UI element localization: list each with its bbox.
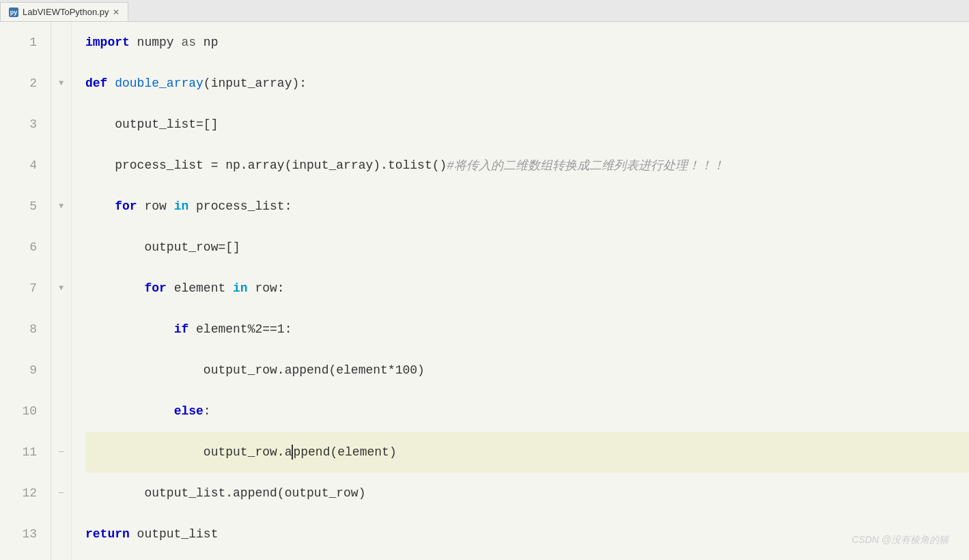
fold-icon[interactable]: ▼ — [59, 283, 64, 293]
line-number: 9 — [0, 350, 42, 391]
gutter-row — [51, 514, 71, 555]
tab-close-button[interactable]: ✕ — [113, 8, 120, 17]
line-number: 6 — [0, 227, 42, 268]
code-token-plain: np — [196, 36, 218, 49]
code-token-kw-else: else — [174, 404, 203, 418]
code-token-comment: #将传入的二维数组转换成二维列表进行处理！！！ — [447, 157, 725, 173]
fold-icon[interactable]: ▼ — [59, 79, 64, 88]
code-indent — [85, 322, 174, 336]
line-number: 10 — [0, 391, 42, 432]
gutter-row — [51, 145, 71, 186]
gutter-row — [51, 391, 71, 432]
line-number: 12 — [0, 473, 42, 514]
gutter-row: ▼ — [51, 186, 71, 227]
code-token-plain: process_list: — [188, 199, 292, 213]
python-icon: py — [9, 8, 18, 17]
line-number: 3 — [0, 104, 42, 145]
code-indent — [85, 117, 115, 131]
code-indent — [85, 363, 203, 377]
fold-continuation-icon: ─ — [59, 447, 64, 457]
code-line: def double_array(input_array): — [85, 63, 969, 104]
code-token-plain — [107, 76, 115, 90]
code-line: for row in process_list: — [85, 186, 969, 227]
code-token-plain: element — [167, 281, 233, 295]
gutter-row — [51, 22, 71, 63]
code-token-kw-return: return — [85, 527, 130, 541]
code-token-kw-def: def — [85, 76, 107, 90]
gutter-row — [51, 104, 71, 145]
gutter-row: ▼ — [51, 63, 71, 104]
gutter-row — [51, 309, 71, 350]
code-line: output_list.append(output_row) — [85, 473, 969, 514]
code-line: output_list=[] — [85, 104, 969, 145]
line-number: 8 — [0, 309, 42, 350]
gutter-row: ─ — [51, 432, 71, 473]
code-lines[interactable]: import numpy as npdef double_array(input… — [72, 22, 969, 560]
code-line: import numpy as np — [85, 22, 969, 63]
line-numbers: 12345678910111213 — [0, 22, 51, 560]
line-number: 1 — [0, 22, 42, 63]
code-line: output_row.append(element) — [85, 432, 969, 473]
gutter-row: ▼ — [51, 268, 71, 309]
code-indent — [85, 445, 203, 459]
code-line: output_row.append(element*100) — [85, 350, 969, 391]
code-token-plain: numpy — [130, 36, 182, 49]
code-line: for element in row: — [85, 268, 969, 309]
code-token-kw-in: in — [233, 281, 248, 295]
line-number: 5 — [0, 186, 42, 227]
line-number: 13 — [0, 514, 42, 555]
fold-icon[interactable]: ▼ — [59, 201, 64, 211]
gutter: ▼▼▼── — [51, 22, 72, 560]
code-token-plain: output_row.append(element*100) — [203, 363, 425, 377]
code-token-plain: output_list=[] — [115, 117, 218, 131]
fold-continuation-icon: ─ — [59, 488, 64, 498]
code-token-kw-import: import — [85, 36, 130, 49]
code-token-kw-for: for — [144, 281, 166, 295]
editor-container: py LabVIEWToPython.py ✕ 1234567891011121… — [0, 0, 969, 560]
gutter-row: ─ — [51, 473, 71, 514]
code-token-plain: process_list = np.array(input_array).tol… — [115, 158, 447, 172]
code-indent — [85, 158, 115, 172]
code-line: process_list = np.array(input_array).tol… — [85, 145, 969, 186]
code-indent — [85, 240, 144, 254]
line-number: 11 — [0, 432, 42, 473]
code-token-plain: ppend(element) — [293, 445, 396, 459]
line-number: 2 — [0, 63, 42, 104]
code-line: else: — [85, 391, 969, 432]
line-number: 7 — [0, 268, 42, 309]
tab-filename: LabVIEWToPython.py — [23, 7, 109, 17]
gutter-row — [51, 350, 71, 391]
code-token-kw-if: if — [174, 322, 189, 336]
code-indent — [85, 486, 144, 500]
line-number: 4 — [0, 145, 42, 186]
watermark: CSDN @没有棱角的猫 — [852, 534, 949, 546]
code-token-plain: output_list — [130, 527, 219, 541]
code-token-plain: output_row=[] — [144, 240, 240, 254]
code-token-plain: element%2==1: — [188, 322, 292, 336]
tab-bar: py LabVIEWToPython.py ✕ — [0, 0, 969, 22]
code-token-plain: output_list.append(output_row) — [144, 486, 365, 500]
code-area: 12345678910111213 ▼▼▼── import numpy as … — [0, 22, 969, 560]
code-token-plain: (input_array): — [203, 76, 307, 90]
code-line: output_row=[] — [85, 227, 969, 268]
code-indent — [85, 199, 115, 213]
code-line: return output_list — [85, 514, 969, 555]
code-indent — [85, 281, 144, 295]
code-token-fn-name: double_array — [115, 76, 203, 90]
code-token-kw-in: in — [174, 199, 189, 213]
gutter-row — [51, 227, 71, 268]
code-token-plain: row — [137, 199, 174, 213]
code-token-kw-as: as — [181, 36, 196, 49]
code-token-plain: : — [203, 404, 211, 418]
code-token-plain: row: — [248, 281, 285, 295]
file-tab[interactable]: py LabVIEWToPython.py ✕ — [0, 2, 128, 21]
code-token-plain: output_row.a — [203, 445, 292, 459]
code-indent — [85, 404, 174, 418]
code-line: if element%2==1: — [85, 309, 969, 350]
code-token-kw-for: for — [115, 199, 137, 213]
